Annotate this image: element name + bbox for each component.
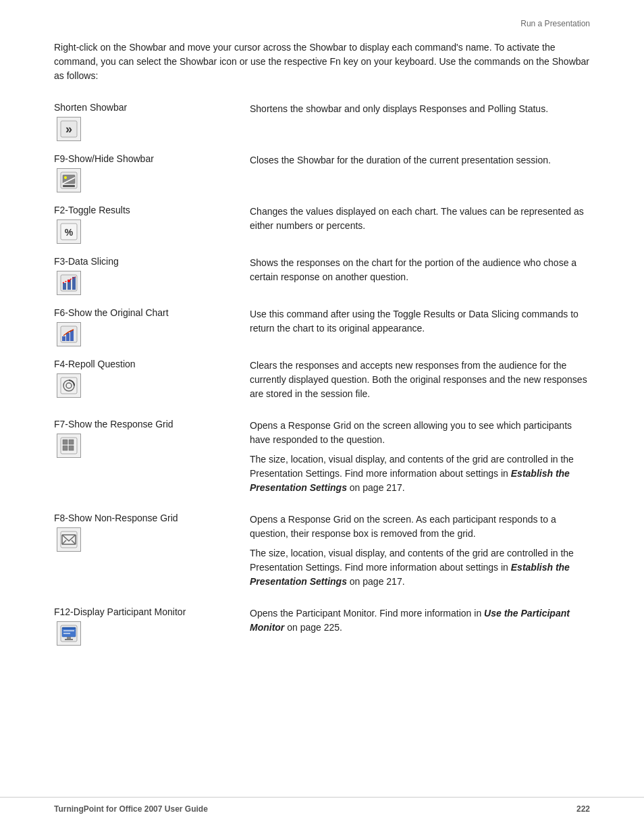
cmd-name-f6-original-chart: F6-Show the Original Chart <box>54 307 250 318</box>
svg-rect-25 <box>63 446 68 450</box>
cmd-right-f12-participant: Opens the Participant Monitor. Find more… <box>250 606 590 658</box>
cmd-description-f8-nonresponse: Opens a Response Grid on the screen. As … <box>250 513 590 541</box>
svg-rect-17 <box>66 333 70 341</box>
forward-icon: » <box>57 117 81 141</box>
page-number: 222 <box>576 804 590 814</box>
cmd-name-f9-show-hide: F9-Show/Hide Showbar <box>54 153 250 164</box>
cmd-description-f3-data-slicing: Shows the responses on the chart for the… <box>250 256 590 284</box>
svg-rect-35 <box>65 639 73 640</box>
nonresponse-icon <box>57 527 81 552</box>
svg-rect-33 <box>62 627 76 629</box>
svg-rect-4 <box>63 185 75 187</box>
response-grid-icon <box>57 434 81 458</box>
table-row: F9-Show/Hide Showbar Closes the Showbar … <box>54 153 590 205</box>
svg-rect-16 <box>62 336 65 341</box>
svg-rect-36 <box>63 630 74 631</box>
cmd-description-f2-toggle: Changes the values displayed on each cha… <box>250 205 590 233</box>
cmd-name-f3-data-slicing: F3-Data Slicing <box>54 256 250 267</box>
svg-point-14 <box>68 280 70 282</box>
cmd-left-f6-original-chart: F6-Show the Original Chart <box>54 307 250 359</box>
svg-rect-37 <box>63 633 70 634</box>
cmd-left-f8-nonresponse: F8-Show Non-Response Grid <box>54 513 250 606</box>
dataslice-icon <box>57 271 81 295</box>
svg-text:»: » <box>65 122 72 136</box>
participant-icon <box>57 621 81 646</box>
cmd-description-f7-response-grid: Opens a Response Grid on the screen allo… <box>250 419 590 447</box>
cmd-right-f4-repoll: Clears the responses and accepts new res… <box>250 359 590 419</box>
cmd-left-f9-show-hide: F9-Show/Hide Showbar <box>54 153 250 205</box>
original-icon <box>57 322 81 346</box>
cmd-extra-f8-nonresponse: The size, location, visual display, and … <box>250 546 590 589</box>
cmd-name-f4-repoll: F4-Repoll Question <box>54 359 250 369</box>
svg-rect-23 <box>63 440 68 444</box>
intro-paragraph: Right-click on the Showbar and move your… <box>54 41 590 83</box>
cmd-right-f7-response-grid: Opens a Response Grid on the screen allo… <box>250 419 590 513</box>
cmd-left-f12-participant: F12-Display Participant Monitor <box>54 606 250 658</box>
table-row: Shorten Showbar » Shortens the showbar a… <box>54 102 590 153</box>
cmd-description-f9-show-hide: Closes the Showbar for the duration of t… <box>250 153 590 167</box>
table-row: F3-Data Slicing Shows the responses on t… <box>54 256 590 307</box>
svg-rect-12 <box>72 277 76 290</box>
cmd-left-f3-data-slicing: F3-Data Slicing <box>54 256 250 307</box>
repoll-icon <box>57 373 81 398</box>
image-icon <box>57 168 81 192</box>
cmd-name-f12-participant: F12-Display Participant Monitor <box>54 606 250 617</box>
svg-rect-26 <box>69 446 74 450</box>
cmd-right-f3-data-slicing: Shows the responses on the chart for the… <box>250 256 590 307</box>
svg-rect-27 <box>61 531 77 548</box>
page: Run a Presentation Right-click on the Sh… <box>0 0 644 834</box>
commands-table: Shorten Showbar » Shortens the showbar a… <box>54 102 590 658</box>
cmd-left-shorten-showbar: Shorten Showbar » <box>54 102 250 153</box>
svg-rect-24 <box>69 440 74 444</box>
table-row: F12-Display Participant Monitor Opens th… <box>54 606 590 658</box>
chapter-header: Run a Presentation <box>520 19 590 28</box>
cmd-right-f6-original-chart: Use this command after using the Toggle … <box>250 307 590 359</box>
svg-text:%: % <box>65 227 74 238</box>
cmd-description-f12-participant: Opens the Participant Monitor. Find more… <box>250 606 590 635</box>
cmd-description-shorten-showbar: Shortens the showbar and only displays R… <box>250 102 590 116</box>
footer-title: TurningPoint for Office 2007 User Guide <box>54 804 208 814</box>
cmd-right-shorten-showbar: Shortens the showbar and only displays R… <box>250 102 590 153</box>
cmd-right-f9-show-hide: Closes the Showbar for the duration of t… <box>250 153 590 205</box>
svg-rect-34 <box>67 637 71 639</box>
table-row: F8-Show Non-Response Grid Opens a Respon… <box>54 513 590 606</box>
cmd-right-f2-toggle: Changes the values displayed on each cha… <box>250 205 590 256</box>
svg-rect-32 <box>62 627 76 637</box>
cmd-left-f2-toggle: F2-Toggle Results % <box>54 205 250 256</box>
cmd-left-f7-response-grid: F7-Show the Response Grid <box>54 419 250 513</box>
cmd-right-f8-nonresponse: Opens a Response Grid on the screen. As … <box>250 513 590 606</box>
cmd-name-f8-nonresponse: F8-Show Non-Response Grid <box>54 513 250 523</box>
table-row: F7-Show the Response Grid Opens a Respon… <box>54 419 590 513</box>
cmd-extra-f7-response-grid: The size, location, visual display, and … <box>250 452 590 495</box>
svg-point-6 <box>64 176 67 179</box>
cmd-description-f6-original-chart: Use this command after using the Toggle … <box>250 307 590 336</box>
cmd-left-f4-repoll: F4-Repoll Question <box>54 359 250 419</box>
cmd-name-f2-toggle: F2-Toggle Results <box>54 205 250 215</box>
table-row: F2-Toggle Results % Changes the values d… <box>54 205 590 256</box>
cmd-name-f7-response-grid: F7-Show the Response Grid <box>54 419 250 429</box>
table-row: F6-Show the Original Chart Use this comm… <box>54 307 590 359</box>
svg-rect-10 <box>63 283 66 290</box>
percent-icon: % <box>57 219 81 244</box>
cmd-description-f4-repoll: Clears the responses and accepts new res… <box>250 359 590 401</box>
page-footer: TurningPoint for Office 2007 User Guide … <box>0 797 644 814</box>
svg-rect-18 <box>70 330 74 341</box>
cmd-name-shorten-showbar: Shorten Showbar <box>54 102 250 113</box>
table-row: F4-Repoll Question Clears the responses … <box>54 359 590 419</box>
